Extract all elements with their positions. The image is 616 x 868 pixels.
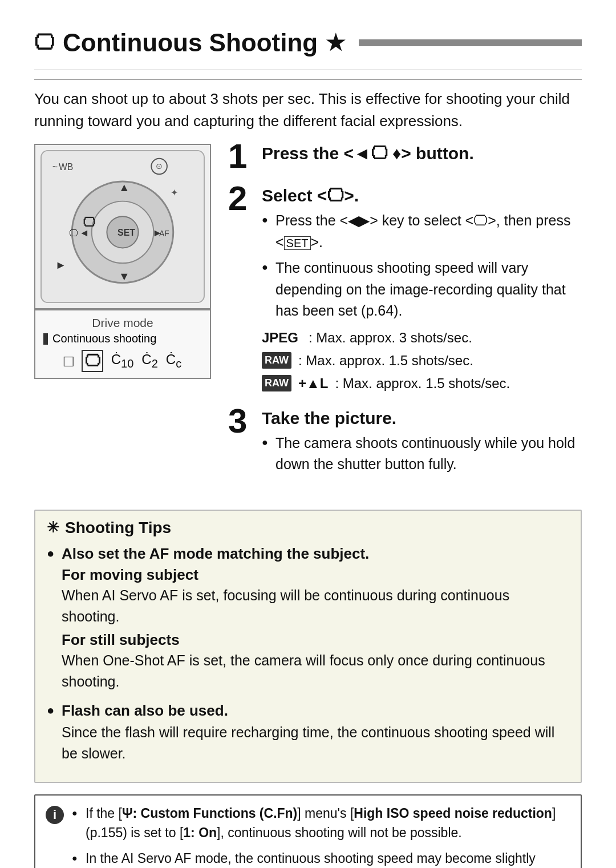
drive-icon-c10: Ċ10 [111,352,134,370]
tip-1-sub-text-1: When AI Servo AF is set, focusing will b… [62,585,569,628]
bullet-dot-3: ● [262,435,270,475]
page-title: 🖵 Continuous Shooting ★ [34,29,582,57]
info-dot-1: ● [72,806,80,843]
tip-item-1: ● Also set the AF mode matching the subj… [47,545,569,693]
info-box-inner: i ● If the [Ψ: Custom Functions (C.Fn)] … [46,804,570,869]
title-bar [359,39,582,46]
info-item-1: ● If the [Ψ: Custom Functions (C.Fn)] me… [72,804,570,843]
step-3-body: ● The camera shoots continuously while y… [262,433,582,475]
camera-svg: ~WB ⊙ SET ▲ ▼ ◄ 🖵 ► AF [35,145,210,308]
svg-text:AF: AF [159,229,169,238]
spec-jpeg: JPEG : Max. approx. 3 shots/sec. [262,328,582,348]
drive-icon-cc: Ċc [166,352,181,370]
svg-text:▲: ▲ [119,181,130,193]
title-text: Continuous Shooting [63,29,318,57]
drive-icon-c2: Ċ2 [141,352,157,370]
step-2-bullet-1: ● Press the <◀▶> key to select <🖵>, then… [262,210,582,253]
spec-raw-l-plus: +▲L [298,373,328,394]
drive-mode-active: Continuous shooting [43,332,202,345]
spec-jpeg-value: : Max. approx. 3 shots/sec. [309,328,472,348]
spec-raw-l-value: : Max. approx. 1.5 shots/sec. [335,373,510,394]
step-3-bullet-1-text: The camera shoots continuously while you… [275,433,582,475]
bullet-dot-2: ● [262,260,270,322]
drive-mode-box: Drive mode Continuous shooting □ 🖵 Ċ10 Ċ… [34,309,211,379]
spec-raw: RAW : Max. approx. 1.5 shots/sec. [262,350,582,371]
star-icon: ★ [326,30,345,55]
shooting-tips-section: ✳ Shooting Tips ● Also set the AF mode m… [34,510,582,783]
camera-diagram: ~WB ⊙ SET ▲ ▼ ◄ 🖵 ► AF [34,144,211,309]
info-item-1-text: If the [Ψ: Custom Functions (C.Fn)] menu… [86,804,570,843]
info-item-2-text: In the AI Servo AF mode, the continuous … [86,849,570,869]
step-1: 1 Press the <◄🖵 ♦> button. [228,144,582,173]
info-item-2: ● In the AI Servo AF mode, the continuou… [72,849,570,869]
step-3-heading: Take the picture. [262,409,582,428]
step-3-content: Take the picture. ● The camera shoots co… [262,409,582,480]
step-2: 2 Select <🖵>. ● Press the <◀▶> key to se… [228,186,582,396]
info-list: ● If the [Ψ: Custom Functions (C.Fn)] me… [72,804,570,869]
svg-text:✦: ✦ [171,188,178,197]
raw-badge: RAW [262,352,291,369]
spec-raw-l: RAW +▲L : Max. approx. 1.5 shots/sec. [262,373,582,394]
drive-icon-single: □ [64,352,74,370]
svg-text:⊙: ⊙ [156,162,163,171]
tip-1-text: Also set the AF mode matching the subjec… [62,545,369,563]
spec-lines: JPEG : Max. approx. 3 shots/sec. RAW : M… [262,328,582,394]
title-divider [34,70,582,70]
tip-1-sub-heading-2: For still subjects [62,631,569,649]
title-icon: 🖵 [34,31,55,55]
svg-text:▼: ▼ [119,270,130,282]
shooting-tips-header: ✳ Shooting Tips [47,519,569,537]
step-2-heading: Select <🖵>. [262,186,582,205]
drive-mode-title: Drive mode [43,316,202,330]
steps-area: 1 Press the <◄🖵 ♦> button. 2 Select <🖵>.… [228,144,582,492]
drive-icon-continuous: 🖵 [82,350,103,372]
tip-2-sub-text: Since the flash will require recharging … [62,722,569,765]
svg-text:SET: SET [117,228,135,237]
spec-jpeg-label: JPEG [262,328,302,348]
tip-2-bullet: ● [47,703,56,718]
spec-raw-value: : Max. approx. 1.5 shots/sec. [298,350,473,371]
tip-item-2: ● Flash can also be used. Since the flas… [47,702,569,765]
tip-2-bullet-row: ● Flash can also be used. [47,702,569,720]
step-2-bullet-1-text: Press the <◀▶> key to select <🖵>, then p… [275,210,582,253]
step-2-body: ● Press the <◀▶> key to select <🖵>, then… [262,210,582,394]
step-1-content: Press the <◄🖵 ♦> button. [262,144,582,168]
step-1-number: 1 [228,139,254,173]
bullet-dot: ● [262,212,270,253]
svg-text:🖵: 🖵 [69,228,78,238]
step-3: 3 Take the picture. ● The camera shoots … [228,409,582,480]
intro-text: You can shoot up to about 3 shots per se… [34,79,582,132]
step-3-number: 3 [228,404,254,438]
drive-icons-row: □ 🖵 Ċ10 Ċ2 Ċc [43,350,202,372]
tip-1-bullet: ● [47,546,56,561]
tip-1-bullet-row: ● Also set the AF mode matching the subj… [47,545,569,563]
active-indicator [43,333,48,345]
info-box: i ● If the [Ψ: Custom Functions (C.Fn)] … [34,794,582,869]
info-dot-2: ● [72,851,80,869]
svg-text:🖵: 🖵 [83,215,95,229]
svg-text:►: ► [55,259,67,271]
info-icon: i [46,806,64,824]
raw-l-badge: RAW [262,375,291,391]
tip-1-sub-text-2: When One-Shot AF is set, the camera will… [62,650,569,693]
step-2-number: 2 [228,181,254,216]
tip-2-text: Flash can also be used. [62,702,228,720]
step-2-content: Select <🖵>. ● Press the <◀▶> key to sele… [262,186,582,396]
main-content: ~WB ⊙ SET ▲ ▼ ◄ 🖵 ► AF [34,144,582,492]
step-2-bullet-2-text: The continuous shooting speed will vary … [275,257,582,322]
tip-1-sub-heading-1: For moving subject [62,566,569,584]
camera-area: ~WB ⊙ SET ▲ ▼ ◄ 🖵 ► AF [34,144,211,492]
shooting-tips-title: Shooting Tips [65,519,171,537]
step-1-heading: Press the <◄🖵 ♦> button. [262,144,582,163]
tip-sun-icon: ✳ [47,519,59,536]
svg-text:~WB: ~WB [52,162,74,172]
step-2-bullet-2: ● The continuous shooting speed will var… [262,257,582,322]
step-3-bullet-1: ● The camera shoots continuously while y… [262,433,582,475]
